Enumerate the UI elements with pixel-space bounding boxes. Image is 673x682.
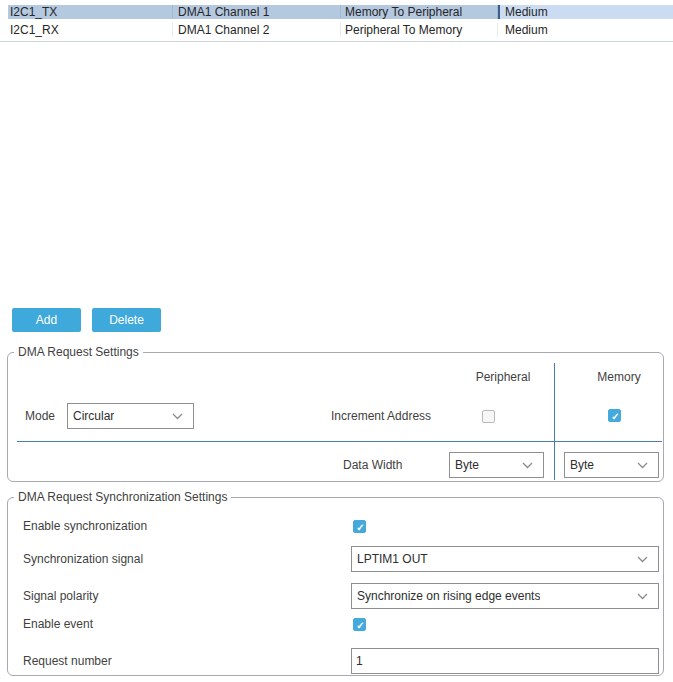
table-row[interactable]: I2C1_RX DMA1 Channel 2 Peripheral To Mem… (8, 21, 673, 38)
enable-synchronization-label: Enable synchronization (23, 519, 147, 533)
signal-polarity-value: Synchronize on rising edge events (357, 589, 540, 603)
chevron-down-icon (637, 593, 648, 600)
dma-request-table: I2C1_TX DMA1 Channel 1 Memory To Periphe… (8, 3, 673, 38)
cell-request: I2C1_RX (8, 23, 173, 37)
cell-priority: Medium (498, 5, 673, 19)
group-title: DMA Request Settings (14, 345, 143, 360)
memory-column-header: Memory (573, 370, 665, 384)
enable-event-checkbox[interactable] (353, 618, 366, 631)
dma-settings-panel: I2C1_TX DMA1 Channel 1 Memory To Periphe… (0, 0, 673, 682)
chevron-down-icon (637, 462, 648, 469)
request-number-input[interactable] (351, 648, 659, 674)
data-width-peripheral-select[interactable]: Byte (449, 452, 544, 478)
delete-button[interactable]: Delete (92, 308, 161, 332)
enable-synchronization-checkbox[interactable] (353, 520, 366, 533)
cell-priority: Medium (498, 23, 673, 37)
chevron-down-icon (522, 462, 533, 469)
cell-channel: DMA1 Channel 1 (173, 5, 341, 19)
mode-select[interactable]: Circular (67, 403, 194, 429)
cell-direction: Memory To Peripheral (341, 5, 498, 19)
data-width-peripheral-value: Byte (455, 458, 479, 472)
synchronization-signal-label: Synchronization signal (23, 552, 143, 566)
table-row[interactable]: I2C1_TX DMA1 Channel 1 Memory To Periphe… (8, 3, 673, 21)
increment-memory-checkbox[interactable] (608, 409, 621, 422)
chevron-down-icon (637, 556, 648, 563)
group-title: DMA Request Synchronization Settings (14, 490, 231, 505)
synchronization-signal-value: LPTIM1 OUT (357, 552, 428, 566)
synchronization-signal-select[interactable]: LPTIM1 OUT (351, 546, 659, 572)
dma-request-settings-group: DMA Request Settings Peripheral Memory M… (7, 352, 664, 482)
peripheral-column-header: Peripheral (448, 370, 558, 384)
cell-channel: DMA1 Channel 2 (173, 23, 341, 37)
signal-polarity-select[interactable]: Synchronize on rising edge events (351, 583, 659, 609)
enable-event-label: Enable event (23, 617, 93, 631)
add-button[interactable]: Add (12, 308, 81, 332)
data-width-label: Data Width (343, 458, 402, 472)
chevron-down-icon (172, 413, 183, 420)
increment-address-label: Increment Address (331, 409, 431, 423)
table-bottom-border (0, 41, 673, 42)
request-number-label: Request number (23, 654, 112, 668)
cell-request: I2C1_TX (8, 5, 173, 19)
increment-peripheral-checkbox[interactable] (482, 410, 495, 423)
mode-label: Mode (25, 409, 55, 423)
dma-sync-settings-group: DMA Request Synchronization Settings Ena… (7, 497, 664, 676)
data-width-memory-value: Byte (570, 458, 594, 472)
row-divider (17, 441, 662, 442)
data-width-memory-select[interactable]: Byte (564, 452, 659, 478)
cell-direction: Peripheral To Memory (341, 23, 498, 37)
signal-polarity-label: Signal polarity (23, 589, 98, 603)
mode-select-value: Circular (73, 409, 114, 423)
